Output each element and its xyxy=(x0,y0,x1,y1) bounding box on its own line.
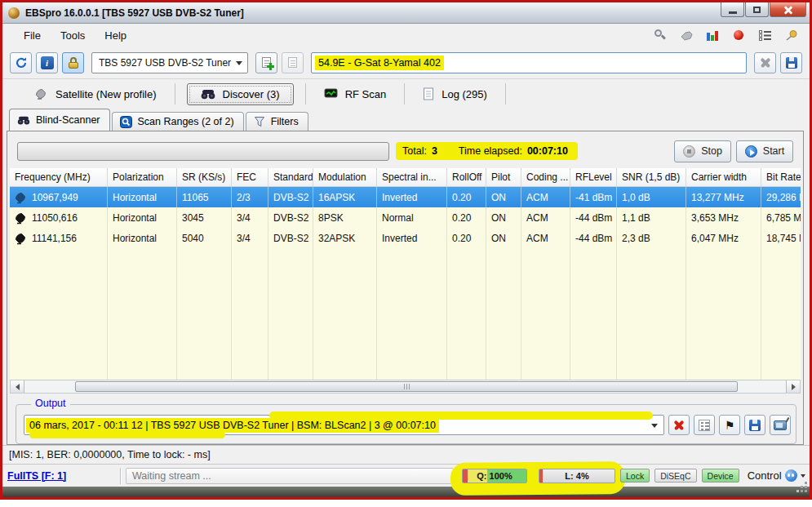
subtab-filters[interactable]: Filters xyxy=(246,112,308,131)
save-button[interactable] xyxy=(780,52,802,73)
table-cell: 32APSK xyxy=(313,228,377,248)
output-combo-value: 06 mars, 2017 - 00:11 12 | TBS 5927 USB … xyxy=(26,418,439,433)
hand-icon[interactable] xyxy=(679,28,694,42)
tab-discover[interactable]: Discover (3) xyxy=(187,83,294,105)
toolbar: i TBS 5927 USB DVB-S2 Tuner 54.9E - G-Sa… xyxy=(2,47,810,79)
clear-button[interactable] xyxy=(754,52,776,73)
pushpin-icon[interactable] xyxy=(783,28,798,42)
header-cell[interactable]: Frequency (MHz) xyxy=(10,168,108,187)
table-row[interactable]: 11050,616Horizontal30453/4DVB-S28PSKNorm… xyxy=(10,207,801,228)
header-cell[interactable]: SR (KS/s) xyxy=(177,168,232,187)
table-row[interactable]: 11141,156Horizontal50403/4DVB-S232APSKIn… xyxy=(10,228,801,248)
table-cell: 13,277 MHz xyxy=(686,187,761,207)
device-button[interactable]: Device xyxy=(702,469,739,483)
tab-label: Log (295) xyxy=(441,88,487,100)
window-title: EBSpro 16.0.0.1 [TBS 5927 USB DVB-S2 Tun… xyxy=(25,7,244,19)
lock-status-button[interactable]: Lock xyxy=(620,469,650,483)
subtab-label: Filters xyxy=(271,116,299,127)
table-cell: ON xyxy=(486,207,521,228)
header-cell[interactable]: RollOff xyxy=(447,168,486,187)
header-cell[interactable]: Bit Rate xyxy=(761,168,801,187)
table-body: 10967,949Horizontal110652/3DVB-S216APSKI… xyxy=(10,187,801,380)
header-cell[interactable]: Carrier width xyxy=(686,168,761,187)
table-cell: 10967,949 xyxy=(10,187,108,207)
stop-button[interactable]: Stop xyxy=(674,140,731,162)
menu-help[interactable]: Help xyxy=(95,26,136,45)
window-bottom-frame xyxy=(2,487,810,497)
menu-file[interactable]: File xyxy=(14,26,51,45)
dropdown-arrow-icon xyxy=(651,424,658,428)
refresh-icon xyxy=(15,56,28,69)
flag-icon: ⚑ xyxy=(725,420,735,431)
start-button[interactable]: Start xyxy=(736,140,793,162)
close-button[interactable] xyxy=(770,2,806,17)
bar-chart-icon[interactable] xyxy=(705,28,720,42)
header-cell[interactable]: Polarization xyxy=(108,168,177,187)
maximize-button[interactable] xyxy=(745,2,769,17)
refresh-button[interactable] xyxy=(10,52,32,73)
tab-log[interactable]: Log (295) xyxy=(416,83,494,105)
header-cell[interactable]: Modulation xyxy=(313,168,377,187)
table-cell: DVB-S2 xyxy=(268,187,313,207)
scan-progress-bar xyxy=(17,142,389,161)
table-cell: 1,0 dB xyxy=(617,187,686,207)
flag-output-button[interactable]: ⚑ xyxy=(719,415,740,435)
total-value: 3 xyxy=(432,145,437,157)
header-cell[interactable]: RFLevel xyxy=(570,168,617,187)
scroll-left-arrow[interactable] xyxy=(11,380,24,393)
header-cell[interactable]: Pilot xyxy=(486,168,521,187)
elapsed-label: Time elapsed: xyxy=(459,145,522,157)
elapsed-value: 00:07:10 xyxy=(527,145,568,157)
list-output-button[interactable] xyxy=(694,415,715,435)
subtab-scan-ranges[interactable]: Scan Ranges (2 of 2) xyxy=(112,112,244,131)
save-output-button[interactable] xyxy=(744,415,765,435)
table-row[interactable]: 10967,949Horizontal110652/3DVB-S216APSKI… xyxy=(10,187,801,207)
table-cell: Horizontal xyxy=(108,207,177,228)
header-cell[interactable]: FEC xyxy=(232,168,268,187)
record-icon[interactable] xyxy=(731,28,746,42)
header-cell[interactable]: Spectral in... xyxy=(377,168,447,187)
position-field[interactable]: 54.9E - G-Sat 8-Yamal 402 xyxy=(311,52,747,73)
fullts-link[interactable]: FullTS [F: 1] xyxy=(7,470,120,482)
tv-output-button[interactable] xyxy=(770,415,791,435)
table-header-row: Frequency (MHz)PolarizationSR (KS/s)FECS… xyxy=(10,168,801,187)
scroll-right-arrow[interactable] xyxy=(786,380,800,393)
menu-tools[interactable]: Tools xyxy=(51,26,95,45)
table-cell: Horizontal xyxy=(108,187,177,207)
table-cell: 1,1 dB xyxy=(617,207,686,228)
satellite-dish-icon xyxy=(33,87,48,100)
scan-control-row: Total: 3 Time elapsed: 00:07:10 Stop Sta… xyxy=(17,140,796,162)
checklist-icon[interactable] xyxy=(757,28,772,42)
table-cell: -44 dBm xyxy=(570,228,617,248)
control-menu[interactable]: Control xyxy=(748,469,805,482)
subtab-blind-scanner[interactable]: Blind-Scanner xyxy=(9,109,110,131)
scrollbar-thumb[interactable] xyxy=(75,381,738,392)
save-icon xyxy=(749,420,761,431)
search-icon[interactable] xyxy=(653,28,668,42)
diseqc-button[interactable]: DiSEqC xyxy=(654,469,696,483)
new-profile-button[interactable] xyxy=(255,52,277,73)
rename-button[interactable] xyxy=(282,52,304,73)
table-cell xyxy=(570,248,617,380)
maximize-icon xyxy=(753,7,761,13)
binoculars-icon xyxy=(201,88,215,100)
lock-button[interactable] xyxy=(62,52,84,73)
table-cell: 0.20 xyxy=(447,187,486,207)
resize-grip-icon[interactable] xyxy=(805,482,807,484)
device-select[interactable]: TBS 5927 USB DVB-S2 Tuner xyxy=(91,52,248,73)
tab-rf-scan[interactable]: RF Scan xyxy=(317,84,393,105)
header-cell[interactable]: Standard xyxy=(268,168,313,187)
delete-output-button[interactable] xyxy=(668,415,690,435)
tab-satellite[interactable]: Satellite (New profile) xyxy=(27,83,163,105)
blind-scanner-panel: Total: 3 Time elapsed: 00:07:10 Stop Sta… xyxy=(7,131,804,445)
minimize-icon xyxy=(729,11,737,14)
horizontal-scrollbar[interactable] xyxy=(10,380,801,394)
header-cell[interactable]: Coding ... xyxy=(521,168,570,187)
minimize-button[interactable] xyxy=(721,2,744,17)
table-cell: 6,785 Mbi xyxy=(761,207,801,228)
info-button[interactable]: i xyxy=(36,52,58,73)
table-empty-area xyxy=(10,248,801,380)
header-cell[interactable]: SNR (1,5 dB) xyxy=(617,168,686,187)
tab-separator xyxy=(404,83,405,105)
output-combo[interactable]: 06 mars, 2017 - 00:11 12 | TBS 5927 USB … xyxy=(24,415,664,435)
